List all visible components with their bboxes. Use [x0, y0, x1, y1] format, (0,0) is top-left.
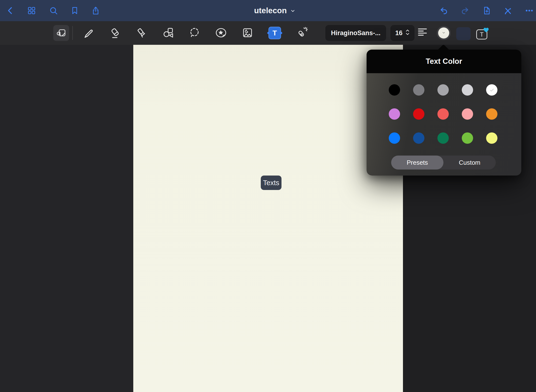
stepper-chevrons-icon [405, 29, 410, 37]
current-text-color-swatch [438, 27, 449, 39]
image-tool-button[interactable] [241, 26, 254, 40]
lasso-icon [188, 26, 201, 40]
selected-text-object[interactable]: Texts [261, 176, 281, 190]
undo-button[interactable] [439, 5, 449, 16]
bookmark-button[interactable] [69, 5, 80, 16]
font-size-value: 16 [395, 29, 402, 37]
text-color-button[interactable] [437, 26, 451, 40]
page-mode-icon [56, 27, 67, 39]
font-size-stepper[interactable]: 16 [390, 25, 415, 41]
stylus-disabled-icon [503, 6, 513, 15]
elements-sticker-icon [214, 26, 228, 40]
pen-tool-button[interactable] [81, 26, 95, 40]
heart-icon [483, 26, 489, 33]
text-tool-icon: T [273, 29, 277, 37]
font-family-button[interactable]: HiraginoSans-... [325, 25, 386, 41]
color-swatch-salmon[interactable] [437, 108, 449, 120]
stylus-toggle-button[interactable] [503, 5, 513, 16]
color-swatch-purple[interactable] [389, 108, 400, 120]
highlighter-tool-button[interactable] [135, 26, 148, 40]
undo-icon [439, 6, 449, 15]
presets-custom-segmented-control: Presets Custom [391, 156, 496, 170]
shapes-icon [161, 26, 174, 40]
chevron-down-icon [442, 31, 446, 36]
color-swatch-red[interactable] [413, 108, 424, 120]
redo-button[interactable] [460, 5, 470, 16]
top-navigation-bar: utelecon [0, 0, 536, 21]
more-button[interactable] [524, 5, 535, 16]
eraser-icon [108, 26, 121, 40]
chevron-down-icon [290, 8, 295, 14]
laser-pointer-icon [295, 26, 308, 40]
canvas-stage: Texts Text Color Presets Custom [0, 45, 536, 392]
add-page-icon [482, 6, 491, 15]
pen-icon [82, 26, 95, 40]
page-mode-button[interactable] [53, 25, 69, 41]
image-icon [241, 26, 254, 40]
popover-header: Text Color [367, 50, 521, 73]
search-button[interactable] [48, 5, 59, 16]
add-page-button[interactable] [481, 5, 492, 16]
page-thumbnails-button[interactable] [26, 5, 37, 16]
color-swatch-dark-gray[interactable] [413, 84, 424, 96]
color-swatch-gray[interactable] [437, 84, 449, 96]
color-swatch-pink[interactable] [462, 108, 473, 120]
favorite-text-style-button[interactable]: T [475, 27, 489, 40]
text-align-button[interactable] [417, 26, 428, 37]
lasso-tool-button[interactable] [188, 26, 201, 40]
search-icon [49, 6, 58, 15]
toolbar-divider [72, 26, 73, 40]
font-family-value: HiraginoSans-... [331, 29, 381, 37]
document-title-button[interactable]: utelecon [246, 0, 304, 21]
popover-title: Text Color [426, 57, 462, 66]
pages-grid-icon [27, 6, 36, 15]
color-swatch-yellow[interactable] [486, 132, 497, 144]
text-tool-button[interactable]: T [268, 27, 281, 39]
color-swatch-orange[interactable] [486, 108, 497, 120]
editing-toolbar: T HiraginoSans-... 16 T [0, 21, 536, 45]
popover-arrow [437, 45, 450, 50]
more-icon [524, 6, 534, 15]
presets-tab[interactable]: Presets [391, 156, 443, 170]
back-icon [6, 6, 15, 15]
share-button[interactable] [90, 5, 101, 16]
color-swatch-blue[interactable] [389, 132, 400, 144]
shapes-tool-button[interactable] [161, 26, 175, 40]
notes-app: utelecon [0, 0, 536, 392]
canvas-margin-left [0, 45, 133, 392]
document-title: utelecon [254, 6, 287, 15]
selected-text-label: Texts [263, 179, 279, 187]
text-color-popover: Text Color Presets Custom [367, 50, 521, 176]
align-left-icon [417, 26, 428, 37]
elements-tool-button[interactable] [214, 26, 228, 40]
laser-pointer-tool-button[interactable] [295, 26, 308, 40]
color-swatch-green[interactable] [437, 132, 449, 144]
eraser-tool-button[interactable] [108, 26, 122, 40]
color-swatch-black[interactable] [389, 84, 400, 96]
color-swatch-white[interactable] [486, 84, 497, 96]
highlighter-icon [135, 26, 148, 40]
text-background-color-button[interactable] [456, 27, 471, 40]
bookmark-icon [70, 6, 80, 15]
custom-tab[interactable]: Custom [443, 156, 496, 170]
share-icon [91, 6, 100, 15]
color-swatch-grid [389, 84, 497, 144]
note-page[interactable] [133, 45, 403, 392]
redo-icon [460, 6, 470, 15]
color-swatch-light-green[interactable] [462, 132, 473, 144]
checkmark-icon [489, 87, 495, 93]
color-swatch-light-gray[interactable] [462, 84, 473, 96]
back-button[interactable] [5, 5, 16, 16]
color-swatch-navy[interactable] [413, 132, 424, 144]
